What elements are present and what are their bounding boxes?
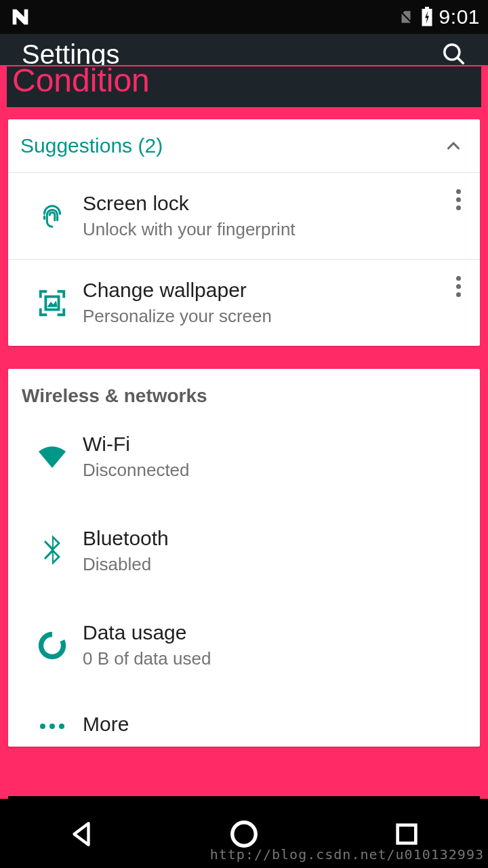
android-n-icon bbox=[8, 5, 33, 29]
recents-icon bbox=[393, 821, 420, 848]
chevron-up-icon bbox=[443, 136, 464, 156]
wallpaper-icon bbox=[37, 288, 68, 319]
suggestion-subtitle: Personalize your screen bbox=[83, 306, 468, 327]
no-sim-icon bbox=[397, 8, 415, 26]
svg-point-8 bbox=[59, 724, 64, 729]
suggestions-title: Suggestions (2) bbox=[20, 134, 163, 157]
section-header-wireless: Wireless & networks bbox=[8, 369, 480, 410]
svg-point-6 bbox=[40, 724, 45, 729]
suggestions-card: Suggestions (2) Screen lock Unlock with … bbox=[8, 119, 480, 346]
overflow-menu-button[interactable] bbox=[452, 272, 465, 301]
suggestions-header[interactable]: Suggestions (2) bbox=[8, 119, 480, 173]
svg-point-9 bbox=[232, 823, 256, 846]
nav-back-button[interactable] bbox=[41, 810, 122, 858]
setting-wifi[interactable]: Wi-Fi Disconnected bbox=[8, 410, 480, 504]
data-usage-icon bbox=[37, 631, 67, 660]
setting-title: More bbox=[83, 713, 468, 736]
setting-title: Wi-Fi bbox=[83, 433, 468, 456]
search-icon bbox=[441, 41, 467, 67]
svg-point-2 bbox=[445, 45, 460, 60]
setting-subtitle: Disconnected bbox=[83, 460, 468, 481]
suggestion-title: Change wallpaper bbox=[83, 279, 468, 302]
svg-point-7 bbox=[49, 724, 55, 729]
home-icon bbox=[228, 818, 260, 850]
back-icon bbox=[67, 820, 96, 848]
setting-more[interactable]: More bbox=[8, 692, 480, 747]
battery-charging-icon bbox=[420, 7, 434, 27]
setting-subtitle: Disabled bbox=[83, 554, 468, 575]
setting-subtitle: 0 B of data used bbox=[83, 648, 468, 669]
fingerprint-icon bbox=[37, 201, 68, 232]
overflow-menu-button[interactable] bbox=[452, 185, 465, 214]
svg-line-3 bbox=[458, 58, 464, 64]
more-icon bbox=[37, 722, 67, 731]
setting-bluetooth[interactable]: Bluetooth Disabled bbox=[8, 504, 480, 598]
suggestion-title: Screen lock bbox=[83, 192, 468, 215]
setting-data-usage[interactable]: Data usage 0 B of data used bbox=[8, 598, 480, 692]
overlay-title: Condition bbox=[12, 63, 150, 99]
overlay-header: Condition bbox=[7, 66, 481, 107]
watermark: http://blog.csdn.net/u010132993 bbox=[210, 846, 484, 863]
svg-rect-1 bbox=[425, 7, 429, 9]
setting-title: Data usage bbox=[83, 621, 468, 644]
suggestion-subtitle: Unlock with your fingerprint bbox=[83, 219, 468, 240]
wireless-networks-card: Wireless & networks Wi-Fi Disconnected B… bbox=[8, 369, 480, 747]
wifi-icon bbox=[36, 443, 68, 471]
status-time: 9:01 bbox=[439, 5, 480, 28]
suggestion-change-wallpaper[interactable]: Change wallpaper Personalize your screen bbox=[8, 260, 480, 346]
status-bar: 9:01 bbox=[0, 0, 488, 34]
suggestion-screen-lock[interactable]: Screen lock Unlock with your fingerprint bbox=[8, 173, 480, 260]
setting-title: Bluetooth bbox=[83, 527, 468, 550]
bluetooth-icon bbox=[40, 535, 64, 568]
svg-rect-10 bbox=[398, 825, 416, 844]
condition-overlay: Condition Suggestions (2) Screen lock Un… bbox=[0, 65, 488, 799]
